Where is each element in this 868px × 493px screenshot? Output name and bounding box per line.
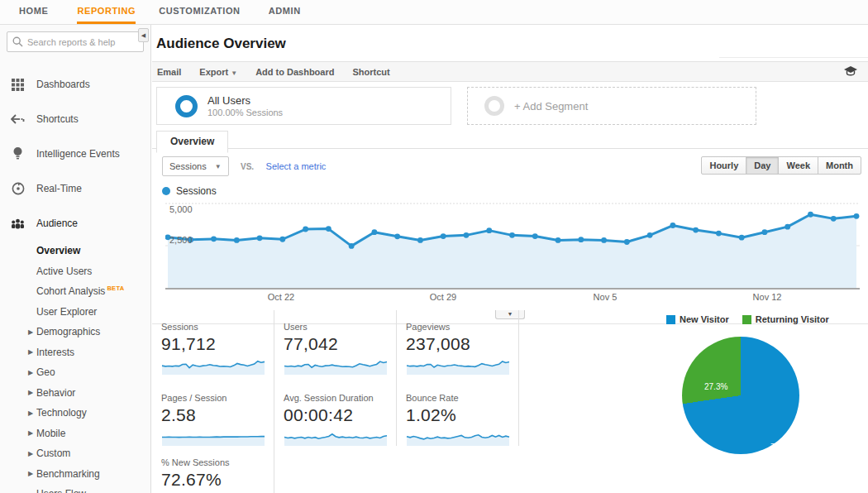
nav-tab-customization[interactable]: CUSTOMIZATION: [159, 0, 240, 24]
sidebar-subitem[interactable]: ▶ Behavior: [0, 383, 150, 404]
chevron-down-icon: ▼: [231, 69, 237, 77]
beta-badge: BETA: [107, 285, 124, 292]
nav-tab-reporting[interactable]: REPORTING: [77, 0, 136, 24]
empty-cell: [274, 446, 397, 493]
segment-donut-icon: [175, 95, 198, 117]
sidebar-item-dashboards[interactable]: Dashboards: [0, 67, 150, 102]
sidebar-collapse-button[interactable]: ◀: [138, 28, 149, 42]
add-segment-ring-icon: [484, 96, 504, 116]
legend-returning-visitor: Returning Visitor: [742, 314, 829, 324]
metric-card[interactable]: % New Sessions 72.67%: [152, 446, 274, 493]
chart-controls: Sessions ▼ vs. Select a metric Hourly Da…: [152, 149, 868, 182]
svg-text:Oct 22: Oct 22: [268, 292, 294, 302]
audience-subnav: Overview Active Users Cohort Analysis BE…: [0, 241, 150, 493]
sidebar-subitem[interactable]: ▶ Geo: [0, 362, 150, 383]
metric-label: Avg. Session Duration: [284, 393, 387, 403]
top-navigation: HOME REPORTING CUSTOMIZATION ADMIN: [0, 0, 868, 25]
visitor-type-pie-chart[interactable]: [682, 337, 799, 454]
expand-arrow-icon: ▶: [28, 429, 33, 437]
sidebar-item-label: Real-Time: [36, 183, 82, 194]
metric-card[interactable]: Avg. Session Duration 00:00:42: [274, 381, 397, 446]
export-button[interactable]: Export▼: [199, 67, 237, 77]
segment-all-users[interactable]: All Users 100.00% Sessions: [156, 87, 451, 125]
sidebar-subitem[interactable]: Cohort Analysis BETA: [0, 281, 150, 302]
granularity-month-button[interactable]: Month: [818, 156, 861, 175]
metric-card[interactable]: Users 77,042: [274, 310, 397, 381]
sidebar-subitem[interactable]: Active Users: [0, 261, 150, 282]
sidebar-item-shortcuts[interactable]: Shortcuts: [0, 102, 150, 136]
main-content: Audience Overview Email Export▼ Add to D…: [152, 25, 868, 493]
page-title: Audience Overview: [152, 25, 868, 61]
sidebar-subitem[interactable]: ▶ Interests: [0, 342, 150, 363]
date-range-edge: [719, 57, 868, 58]
sidebar-item-real-time[interactable]: Real-Time: [0, 171, 150, 206]
legend-new-visitor: New Visitor: [666, 314, 729, 324]
granularity-buttons: Hourly Day Week Month: [702, 156, 861, 175]
sidebar-subitem-label: User Explorer: [36, 306, 97, 318]
sidebar-item-intelligence-events[interactable]: Intelligence Events: [0, 136, 150, 171]
sidebar-subitem[interactable]: ▶ Mobile: [0, 424, 150, 444]
nav-tab-admin[interactable]: ADMIN: [269, 0, 301, 24]
metric-label: Users: [284, 322, 387, 332]
metric-label: Pages / Session: [161, 393, 265, 403]
sidebar-subitem[interactable]: Users Flow: [0, 484, 150, 493]
pie-value-new-visitor: 72.7%: [770, 443, 794, 452]
granularity-week-button[interactable]: Week: [778, 156, 818, 175]
sessions-line-chart[interactable]: 5,0002,500Oct 22Oct 29Nov 5Nov 12: [152, 200, 868, 311]
segment-detail: 100.00% Sessions: [207, 108, 283, 117]
sidebar-subitem-label: Technology: [36, 407, 87, 419]
intelligence-bulb-icon: [11, 147, 25, 160]
add-to-dashboard-button[interactable]: Add to Dashboard: [255, 67, 334, 77]
svg-text:Oct 29: Oct 29: [430, 292, 456, 302]
metric-sparkline: [284, 428, 388, 446]
email-button[interactable]: Email: [157, 67, 181, 77]
sidebar-item-audience[interactable]: Audience: [0, 206, 150, 241]
sidebar-subitem[interactable]: ▶ Benchmarking: [0, 464, 150, 485]
sidebar-subitem[interactable]: Overview: [0, 241, 150, 261]
metric-value: 2.58: [161, 405, 265, 425]
sidebar-subitem[interactable]: ▶ Demographics: [0, 322, 150, 342]
chevron-down-icon: ▼: [215, 163, 222, 170]
expand-arrow-icon: ▶: [28, 409, 33, 417]
expand-arrow-icon: ▶: [28, 470, 33, 477]
expand-arrow-icon: ▶: [28, 450, 33, 457]
metric-sparkline: [161, 357, 265, 375]
sidebar-subitem[interactable]: ▶ Custom: [0, 443, 150, 464]
svg-text:2,500: 2,500: [169, 235, 193, 245]
sidebar-subitem[interactable]: ▶ Technology: [0, 403, 150, 424]
expand-arrow-icon: ▶: [28, 328, 33, 336]
new-visitor-swatch-icon: [666, 315, 675, 324]
search-input[interactable]: [27, 37, 138, 47]
sidebar: Dashboards Shortcuts Intelligence Events: [0, 25, 151, 493]
expand-arrow-icon: ▶: [28, 389, 33, 396]
sidebar-subitem-label: Custom: [36, 448, 70, 459]
sessions-legend-dot-icon: [162, 187, 170, 195]
metric-select-dropdown[interactable]: Sessions ▼: [162, 156, 229, 176]
metric-value: 237,008: [406, 334, 509, 354]
metric-card[interactable]: Sessions 91,712: [152, 310, 274, 381]
metric-card[interactable]: Bounce Rate 1.02%: [397, 381, 519, 446]
pie-legend: New Visitor Returning Visitor: [666, 314, 829, 324]
metric-label: Bounce Rate: [406, 393, 509, 403]
svg-text:5,000: 5,000: [169, 204, 193, 214]
sidebar-subitem-label: Interests: [36, 347, 74, 358]
svg-text:Nov 5: Nov 5: [594, 292, 618, 302]
realtime-clock-icon: [11, 182, 25, 195]
vs-label: vs.: [241, 162, 254, 171]
returning-visitor-swatch-icon: [742, 315, 751, 324]
granularity-day-button[interactable]: Day: [746, 156, 779, 175]
intelligence-cap-icon[interactable]: [843, 65, 858, 80]
metric-card[interactable]: Pages / Session 2.58: [152, 381, 274, 446]
pie-value-returning-visitor: 27.3%: [704, 382, 727, 391]
search-box[interactable]: [7, 31, 144, 52]
expand-arrow-icon: ▶: [28, 369, 33, 376]
sidebar-subitem[interactable]: User Explorer: [0, 302, 150, 323]
metric-card[interactable]: Pageviews 237,008: [397, 310, 519, 381]
sidebar-subitem-label: Users Flow: [36, 488, 86, 493]
metric-sparkline: [406, 357, 510, 375]
select-a-metric-link[interactable]: Select a metric: [266, 161, 327, 171]
shortcut-button[interactable]: Shortcut: [352, 67, 389, 77]
nav-tab-home[interactable]: HOME: [19, 0, 48, 24]
add-segment-button[interactable]: + Add Segment: [467, 87, 756, 125]
granularity-hourly-button[interactable]: Hourly: [701, 156, 746, 175]
